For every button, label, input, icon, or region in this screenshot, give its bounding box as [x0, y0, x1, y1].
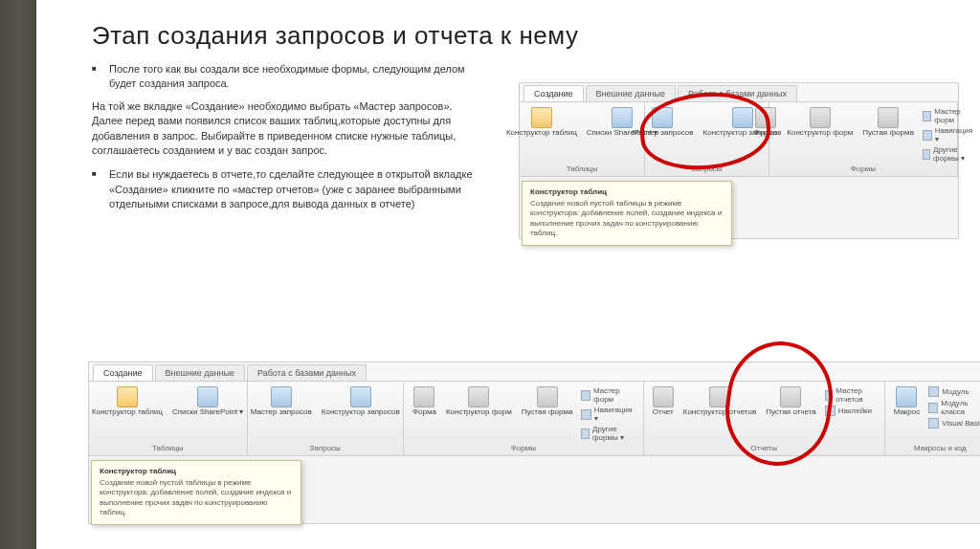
- form-wizard-icon: [923, 111, 931, 121]
- btn-otchet[interactable]: Отчет: [650, 384, 677, 419]
- slide-title: Этап создания запросов и отчета к нему: [92, 21, 980, 51]
- group-tables: Конструктор таблиц Списки SharePoint ▾ Т…: [89, 382, 248, 455]
- ribbon-body: Конструктор таблиц Списки SharePoint ▾ Т…: [520, 102, 958, 177]
- ribbon-screenshot-2: Создание Внешние данные Работа с базами …: [88, 362, 980, 524]
- module-icon: [928, 386, 939, 397]
- slide-content: Этап создания запросов и отчета к нему П…: [36, 0, 980, 549]
- btn-master-zaprosov[interactable]: Мастер запросов: [248, 384, 315, 419]
- blank-report-icon: [780, 386, 801, 407]
- btn-forma[interactable]: Форма: [750, 105, 780, 140]
- labels-icon: [825, 406, 835, 416]
- tab-create[interactable]: Создание: [93, 364, 153, 381]
- presentation-side-bar: [0, 0, 36, 549]
- btn-konst-form[interactable]: Конструктор форм: [784, 105, 856, 140]
- group-reports: Отчет Конструктор отчетов Пустая отчета …: [644, 382, 885, 455]
- btn-konst-tablic[interactable]: Конструктор таблиц: [89, 384, 166, 419]
- reports-small-list: Мастер отчетов Наклейки: [823, 384, 879, 418]
- macro-icon: [896, 386, 917, 407]
- btn-konst-tablic[interactable]: Конструктор таблиц: [503, 105, 580, 140]
- btn-other-forms[interactable]: Другие формы ▾: [581, 425, 635, 442]
- ribbon-tabs: Создание Внешние данные Работа с базами …: [520, 83, 958, 102]
- report-icon: [653, 386, 674, 407]
- group-forms: Форма Конструктор форм Пустая форма Маст…: [404, 382, 644, 455]
- btn-konst-form[interactable]: Конструктор форм: [443, 384, 515, 419]
- tab-dbwork[interactable]: Работа с базами данных: [247, 364, 367, 381]
- btn-spiski-sharepoint[interactable]: Списки SharePoint ▾: [169, 384, 247, 419]
- paragraph-1: На той же вкладке «Создание» необходимо …: [92, 99, 475, 159]
- btn-modul[interactable]: Модуль: [928, 386, 980, 397]
- tab-create[interactable]: Создание: [523, 85, 584, 101]
- tooltip-konst-tablic: Конструктор таблиц Создание новой пустой…: [522, 181, 732, 246]
- form-constructor-icon: [468, 386, 489, 407]
- bullet-2: Если вы нуждаетесь в отчете,то сделайте …: [92, 167, 475, 211]
- forms-small-list: Мастер форм Навигация ▾ Другие формы ▾: [921, 105, 976, 165]
- btn-nakleiki[interactable]: Наклейки: [825, 406, 877, 416]
- navigation-icon: [581, 409, 590, 420]
- other-forms-icon: [923, 149, 930, 160]
- form-wizard-icon: [581, 390, 590, 401]
- group-forms: Форма Конструктор форм Пустая форма Маст…: [769, 102, 958, 176]
- report-constructor-icon: [709, 386, 730, 407]
- ribbon-tabs: Создание Внешние данные Работа с базами …: [89, 362, 980, 382]
- sharepoint-lists-icon: [197, 386, 218, 407]
- class-module-icon: [928, 403, 938, 413]
- table-constructor-icon: [117, 386, 138, 407]
- bullet-1: После того как вы создали все необходимы…: [92, 62, 475, 92]
- group-tables: Конструктор таблиц Списки SharePoint ▾ Т…: [520, 102, 645, 176]
- ribbon-body: Конструктор таблиц Списки SharePoint ▾ Т…: [89, 382, 980, 456]
- forms-small-list: Мастер форм Навигация ▾ Другие формы ▾: [579, 384, 636, 444]
- macros-small-list: Модуль Модуль класса Visual Basic: [926, 384, 980, 430]
- form-constructor-icon: [810, 107, 831, 128]
- form-icon: [413, 386, 434, 407]
- btn-pust-form[interactable]: Пустая форма: [519, 384, 576, 419]
- blank-form-icon: [537, 386, 558, 407]
- blank-form-icon: [878, 107, 899, 128]
- query-wizard-icon: [652, 107, 673, 128]
- btn-navigation[interactable]: Навигация ▾: [923, 126, 974, 143]
- query-constructor-icon: [732, 107, 753, 128]
- btn-master-form[interactable]: Мастер форм: [923, 107, 974, 124]
- btn-konst-zaprosov[interactable]: Конструктор запросов: [319, 384, 403, 419]
- query-constructor-icon: [350, 386, 371, 407]
- btn-forma[interactable]: Форма: [410, 384, 439, 419]
- btn-master-otchetov[interactable]: Мастер отчетов: [825, 386, 877, 404]
- slide-body: После того как вы создали все необходимы…: [92, 62, 475, 212]
- btn-modul-klassa[interactable]: Модуль класса: [928, 399, 980, 416]
- tooltip-konst-tablic: Конструктор таблиц Создание новой пустой…: [91, 460, 301, 525]
- btn-master-zaprosov[interactable]: Мастер запросов: [629, 105, 696, 140]
- ribbon-screenshot-1: Создание Внешние данные Работа с базами …: [519, 82, 959, 239]
- btn-pust-form[interactable]: Пустая форма: [859, 105, 917, 140]
- tab-external[interactable]: Внешние данные: [155, 364, 245, 381]
- visual-basic-icon: [928, 418, 939, 428]
- btn-visual-basic[interactable]: Visual Basic: [928, 418, 980, 428]
- tab-external[interactable]: Внешние данные: [586, 85, 676, 101]
- btn-konst-otchetov[interactable]: Конструктор отчетов: [680, 384, 759, 419]
- btn-other-forms[interactable]: Другие формы ▾: [923, 145, 974, 163]
- other-forms-icon: [581, 428, 590, 439]
- table-constructor-icon: [531, 107, 552, 128]
- query-wizard-icon: [271, 386, 292, 407]
- tab-dbwork[interactable]: Работа с базами данных: [678, 85, 797, 101]
- group-macros: Макрос Модуль Модуль класса Visual Basic…: [885, 382, 980, 455]
- btn-pust-otchet[interactable]: Пустая отчета: [763, 384, 819, 419]
- group-queries: Мастер запросов Конструктор запросов Зап…: [248, 382, 404, 455]
- navigation-icon: [923, 130, 932, 141]
- btn-navigation[interactable]: Навигация ▾: [581, 406, 635, 423]
- btn-master-form[interactable]: Мастер форм: [581, 386, 635, 404]
- report-wizard-icon: [825, 390, 834, 401]
- form-icon: [755, 107, 776, 128]
- btn-makros[interactable]: Макрос: [891, 384, 924, 419]
